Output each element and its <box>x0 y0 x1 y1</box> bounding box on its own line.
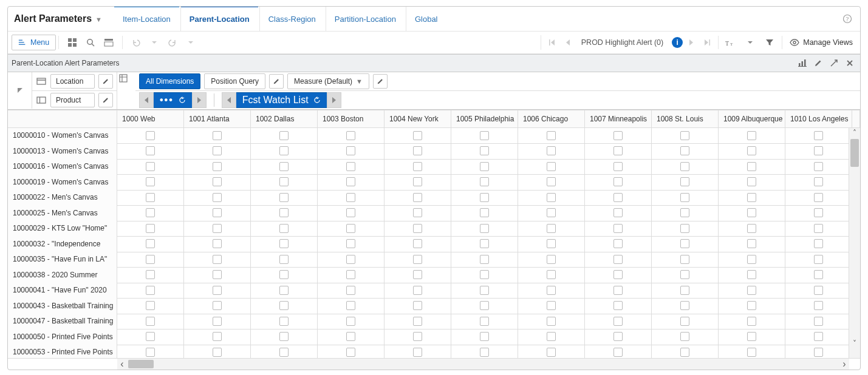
checkbox-icon[interactable] <box>613 208 623 217</box>
checkbox-icon[interactable] <box>413 317 422 326</box>
checkbox-cell[interactable] <box>652 298 719 314</box>
checkbox-icon[interactable] <box>814 348 823 357</box>
col-header[interactable]: 1004 New York <box>384 110 451 127</box>
checkbox-cell[interactable] <box>518 236 585 252</box>
pager-first-icon[interactable] <box>545 35 559 50</box>
row-header[interactable]: 10000029 - KT5 Low "Home" <box>8 221 117 237</box>
checkbox-icon[interactable] <box>613 301 623 310</box>
checkbox-icon[interactable] <box>346 332 355 341</box>
checkbox-cell[interactable] <box>719 329 785 345</box>
checkbox-cell[interactable] <box>318 128 384 144</box>
checkbox-cell[interactable] <box>585 314 652 330</box>
checkbox-cell[interactable] <box>719 267 785 283</box>
level1-label[interactable]: ••• <box>154 92 192 108</box>
filter-icon[interactable] <box>761 35 778 50</box>
checkbox-icon[interactable] <box>213 255 222 264</box>
checkbox-cell[interactable] <box>384 252 451 268</box>
checkbox-cell[interactable] <box>518 205 585 221</box>
checkbox-cell[interactable] <box>384 329 451 345</box>
checkbox-cell[interactable] <box>318 190 384 206</box>
checkbox-cell[interactable] <box>184 190 251 206</box>
checkbox-icon[interactable] <box>480 146 489 155</box>
checkbox-icon[interactable] <box>146 224 155 233</box>
checkbox-cell[interactable] <box>384 174 451 191</box>
checkbox-icon[interactable] <box>480 131 489 140</box>
help-icon[interactable]: ? <box>839 11 855 27</box>
checkbox-cell[interactable] <box>652 252 719 268</box>
checkbox-cell[interactable] <box>117 174 184 191</box>
col-header[interactable]: 1007 Minneapolis <box>585 110 652 127</box>
level1-prev-icon[interactable] <box>139 92 154 108</box>
checkbox-cell[interactable] <box>251 267 318 283</box>
checkbox-cell[interactable] <box>518 221 585 237</box>
checkbox-cell[interactable] <box>585 345 652 359</box>
checkbox-icon[interactable] <box>747 177 756 186</box>
checkbox-icon[interactable] <box>814 177 823 186</box>
checkbox-cell[interactable] <box>585 190 652 206</box>
checkbox-icon[interactable] <box>547 270 556 279</box>
checkbox-icon[interactable] <box>413 270 422 279</box>
product-chip[interactable]: Product <box>50 93 95 107</box>
tab-parent-location[interactable]: Parent-Location <box>180 7 258 31</box>
checkbox-cell[interactable] <box>318 298 384 314</box>
checkbox-cell[interactable] <box>451 128 518 144</box>
checkbox-cell[interactable] <box>251 252 318 268</box>
checkbox-cell[interactable] <box>251 221 318 237</box>
checkbox-cell[interactable] <box>318 252 384 268</box>
level2-prev-icon[interactable] <box>222 92 236 108</box>
checkbox-cell[interactable] <box>785 143 849 160</box>
checkbox-icon[interactable] <box>346 239 355 248</box>
col-header[interactable]: 1005 Philadelphia <box>451 110 518 127</box>
col-header[interactable]: 1009 Albuquerque <box>719 110 785 127</box>
checkbox-cell[interactable] <box>318 159 384 175</box>
checkbox-icon[interactable] <box>814 131 823 140</box>
checkbox-icon[interactable] <box>680 146 689 155</box>
checkbox-cell[interactable] <box>451 205 518 221</box>
product-edit-icon[interactable] <box>98 93 113 107</box>
checkbox-icon[interactable] <box>213 146 222 155</box>
checkbox-icon[interactable] <box>346 270 355 279</box>
checkbox-icon[interactable] <box>146 162 155 171</box>
row-header[interactable]: 10000013 - Women's Canvas <box>8 143 117 160</box>
checkbox-icon[interactable] <box>213 162 222 171</box>
checkbox-icon[interactable] <box>413 162 422 171</box>
close-icon[interactable] <box>844 58 855 69</box>
checkbox-icon[interactable] <box>480 301 489 310</box>
checkbox-cell[interactable] <box>652 345 719 359</box>
checkbox-icon[interactable] <box>279 332 289 341</box>
checkbox-cell[interactable] <box>652 143 719 160</box>
checkbox-cell[interactable] <box>785 159 849 175</box>
checkbox-icon[interactable] <box>547 177 556 186</box>
checkbox-cell[interactable] <box>384 205 451 221</box>
checkbox-cell[interactable] <box>785 283 849 299</box>
checkbox-icon[interactable] <box>747 286 756 295</box>
checkbox-icon[interactable] <box>480 208 489 217</box>
checkbox-icon[interactable] <box>747 239 756 248</box>
checkbox-icon[interactable] <box>814 162 823 171</box>
checkbox-icon[interactable] <box>346 224 355 233</box>
row-header[interactable]: 10000019 - Women's Canvas <box>8 174 117 191</box>
checkbox-cell[interactable] <box>451 283 518 299</box>
checkbox-cell[interactable] <box>318 283 384 299</box>
scroll-up-icon[interactable]: ˄ <box>849 128 860 138</box>
checkbox-cell[interactable] <box>785 174 849 191</box>
checkbox-cell[interactable] <box>184 314 251 330</box>
checkbox-cell[interactable] <box>785 298 849 314</box>
checkbox-icon[interactable] <box>814 193 823 202</box>
checkbox-icon[interactable] <box>547 332 556 341</box>
checkbox-cell[interactable] <box>117 236 184 252</box>
checkbox-icon[interactable] <box>480 270 489 279</box>
checkbox-icon[interactable] <box>480 348 489 357</box>
checkbox-cell[interactable] <box>585 252 652 268</box>
tab-global[interactable]: Global <box>406 7 446 31</box>
checkbox-icon[interactable] <box>680 301 689 310</box>
checkbox-cell[interactable] <box>184 159 251 175</box>
checkbox-icon[interactable] <box>213 332 222 341</box>
checkbox-icon[interactable] <box>480 317 489 326</box>
checkbox-icon[interactable] <box>814 317 823 326</box>
checkbox-icon[interactable] <box>146 301 155 310</box>
checkbox-icon[interactable] <box>547 317 556 326</box>
row-header[interactable]: 10000047 - Basketball Training <box>8 314 117 330</box>
manage-views-button[interactable]: Manage Views <box>786 38 856 47</box>
checkbox-cell[interactable] <box>251 236 318 252</box>
